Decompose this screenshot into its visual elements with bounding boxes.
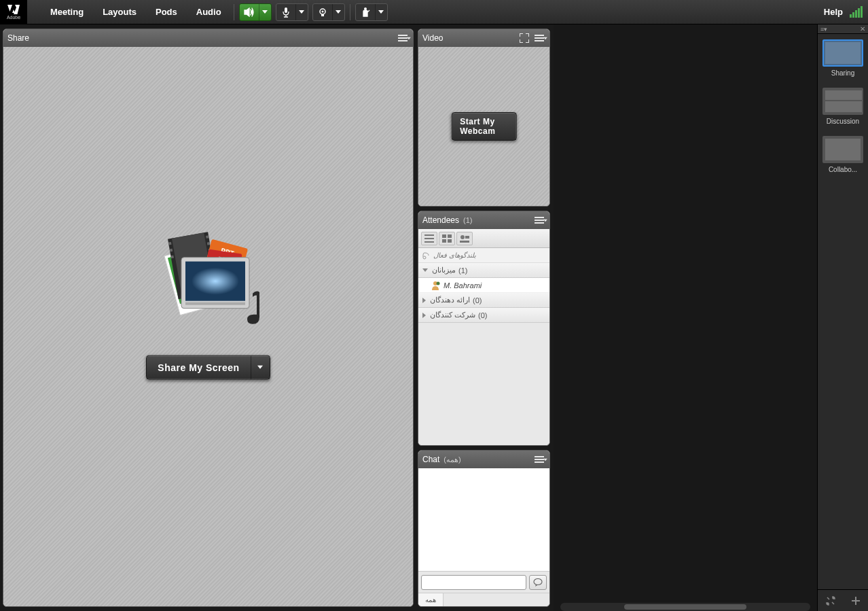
svg-rect-10 [169, 248, 173, 251]
attendees-empty-area [418, 323, 549, 445]
video-pod-title: Video [422, 33, 443, 43]
speaker-button[interactable] [239, 3, 272, 21]
chat-body [418, 468, 549, 571]
svg-rect-22 [185, 302, 245, 304]
chat-input-bar [418, 571, 549, 593]
layout-sharing[interactable]: Sharing [818, 34, 868, 82]
share-media-icon: PPT PDF [144, 228, 273, 344]
share-my-screen-button[interactable]: Share My Screen [146, 355, 270, 379]
connection-signal-icon [850, 6, 863, 18]
status-dropdown[interactable] [375, 4, 387, 20]
attendees-pod-header[interactable]: Attendees (1) [418, 211, 549, 229]
layout-thumb-sharing [822, 39, 863, 67]
workspace: Share [0, 24, 554, 611]
chat-pod: Chat (همه) همه [418, 450, 550, 607]
mic-icon [276, 4, 295, 20]
share-pod-header[interactable]: Share [3, 29, 413, 47]
chat-pod-title: Chat [422, 455, 439, 464]
svg-point-34 [437, 281, 440, 285]
share-pod: Share [3, 29, 414, 607]
participants-group[interactable]: شرکت کنندگان (0) [418, 308, 549, 323]
mic-button[interactable] [276, 3, 308, 21]
svg-rect-25 [424, 241, 434, 243]
pod-menu-icon[interactable] [533, 453, 545, 466]
layout-collaboration[interactable]: Collabo... [818, 130, 868, 179]
fullscreen-icon[interactable] [518, 32, 530, 44]
chat-pod-header[interactable]: Chat (همه) [418, 451, 549, 468]
svg-rect-12 [206, 235, 209, 239]
attendee-view-status-icon[interactable] [456, 232, 473, 245]
status-button[interactable] [355, 3, 388, 21]
layout-sidebar-header: ≡▾ ✕ [818, 24, 868, 34]
menu-meeting[interactable]: Meeting [41, 0, 93, 24]
svg-point-21 [192, 267, 239, 294]
pod-menu-icon[interactable] [533, 32, 545, 44]
video-pod: Video Start My Webcam [418, 29, 550, 207]
layout-tools-icon[interactable] [823, 593, 838, 608]
active-speakers-row: بلندگوهای فعال [418, 248, 549, 263]
attendee-name: M. Bahrami [444, 281, 482, 290]
attendees-toolbar [418, 229, 549, 248]
svg-point-35 [534, 578, 542, 584]
svg-rect-11 [170, 255, 174, 258]
attendees-pod: Attendees (1) [418, 211, 550, 446]
svg-rect-13 [206, 242, 210, 245]
chat-tab-all[interactable]: همه [418, 593, 444, 606]
layout-close-icon[interactable]: ✕ [860, 25, 865, 33]
menu-pods[interactable]: Pods [146, 0, 187, 24]
svg-rect-23 [424, 234, 434, 236]
video-pod-header[interactable]: Video [418, 29, 549, 47]
chat-tabs: همه [418, 593, 549, 606]
layout-footer [818, 589, 868, 611]
menu-audio[interactable]: Audio [187, 0, 231, 24]
svg-rect-24 [424, 238, 434, 239]
share-dropdown[interactable] [251, 355, 270, 379]
svg-rect-28 [442, 239, 446, 243]
speaker-icon [240, 4, 259, 20]
speaker-dropdown[interactable] [259, 4, 271, 20]
attendee-view-list-icon[interactable] [421, 232, 437, 245]
start-webcam-button[interactable]: Start My Webcam [451, 112, 517, 141]
scrollbar-thumb[interactable] [624, 604, 746, 610]
svg-point-2 [321, 10, 323, 12]
presenter-only-area [554, 24, 817, 611]
chat-send-button[interactable] [529, 575, 547, 590]
pod-menu-icon[interactable] [397, 32, 409, 44]
presenters-group[interactable]: ارائه دهندگان (0) [418, 293, 549, 308]
attendee-row[interactable]: M. Bahrami [418, 278, 549, 293]
help-link[interactable]: Help [824, 7, 843, 17]
svg-rect-26 [442, 234, 446, 238]
share-pod-title: Share [7, 33, 29, 43]
horizontal-scrollbar[interactable] [560, 603, 810, 611]
pod-menu-icon[interactable] [533, 214, 545, 226]
attendees-count: (1) [463, 216, 472, 224]
svg-rect-3 [321, 14, 324, 16]
top-menu-bar: Adobe Meeting Layouts Pods Audio Help [0, 0, 868, 24]
menu-layouts[interactable]: Layouts [93, 0, 146, 24]
layout-menu-icon[interactable]: ≡▾ [820, 26, 827, 33]
mic-dropdown[interactable] [295, 4, 308, 20]
layout-thumb-collaboration [822, 136, 863, 163]
svg-rect-37 [852, 600, 860, 601]
svg-rect-27 [448, 234, 452, 238]
hosts-group[interactable]: میزبانان (1) [418, 263, 549, 278]
attendees-pod-title: Attendees [422, 215, 459, 225]
adobe-logo[interactable]: Adobe [0, 0, 27, 24]
share-pod-body: PPT PDF [3, 47, 413, 606]
webcam-dropdown[interactable] [332, 4, 344, 20]
svg-rect-0 [285, 7, 287, 13]
layout-discussion[interactable]: Discussion [818, 82, 868, 130]
raise-hand-icon [356, 4, 375, 20]
attendee-view-breakout-icon[interactable] [439, 232, 455, 245]
layout-sidebar: ≡▾ ✕ Sharing Discussion Collabo... [817, 24, 868, 611]
chat-input[interactable] [421, 575, 526, 590]
svg-rect-32 [460, 241, 469, 243]
chat-scope: (همه) [444, 455, 460, 464]
svg-rect-29 [448, 239, 452, 243]
svg-rect-31 [465, 236, 469, 239]
video-pod-body: Start My Webcam [418, 47, 549, 206]
layout-thumb-discussion [822, 88, 863, 115]
layout-add-icon[interactable] [848, 593, 863, 608]
webcam-icon [313, 4, 332, 20]
webcam-button[interactable] [312, 3, 345, 21]
